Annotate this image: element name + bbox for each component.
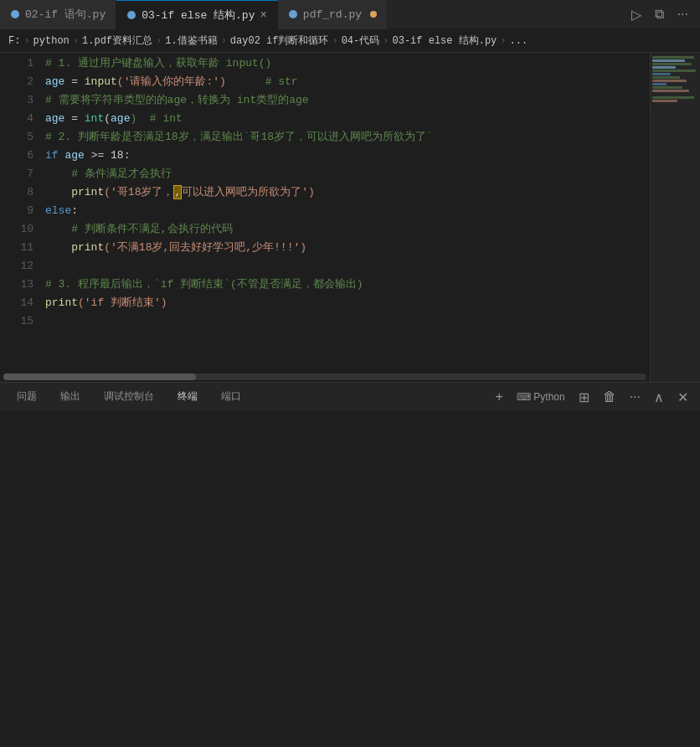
tab-02-if-label: 02-if 语句.py: [25, 7, 106, 22]
shell-selector-button[interactable]: ⌨ Python: [512, 389, 570, 404]
tab-03-if-else-label: 03-if else 结构.py: [142, 8, 255, 23]
panel-tab-ports[interactable]: 端口: [211, 383, 251, 412]
line-number-15: 15: [0, 312, 33, 331]
line-number-13: 13: [0, 276, 33, 294]
minimap-line: [652, 103, 657, 106]
tab-03-if-else[interactable]: 03-if else 结构.py ×: [116, 0, 278, 29]
panel-tab-terminal[interactable]: 终端: [167, 383, 208, 412]
tab-02-if[interactable]: 02-if 语句.py: [0, 0, 116, 29]
tab-03-close-icon[interactable]: ×: [260, 8, 266, 22]
svg-point-2: [289, 10, 297, 18]
line-number-6: 6: [0, 147, 33, 165]
minimap-line: [652, 63, 692, 65]
breadcrumb-python[interactable]: python: [33, 35, 69, 47]
python-file-icon-pdf: [288, 9, 298, 19]
minimap-line: [652, 70, 696, 72]
panel-tab-debug[interactable]: 调试控制台: [94, 383, 164, 412]
minimap-line: [652, 80, 687, 82]
code-line-14: print('if 判断结束'): [45, 294, 650, 312]
line-number-14: 14: [0, 294, 33, 312]
tab-pdf-rd[interactable]: pdf_rd.py: [278, 0, 388, 29]
line-number-2: 2: [0, 73, 33, 91]
line-number-1: 1: [0, 54, 33, 73]
line-number-10: 10: [0, 220, 33, 239]
minimap-line: [652, 59, 685, 62]
breadcrumb-code[interactable]: 04-代码: [342, 33, 380, 48]
minimap-line: [652, 76, 680, 79]
code-editor: 123456789101112131415 # 1. 通过用户键盘输入，获取年龄…: [0, 53, 650, 382]
breadcrumb-day02[interactable]: day02 if判断和循环: [230, 33, 329, 48]
line-number-7: 7: [0, 165, 33, 183]
horizontal-scrollbar[interactable]: [0, 372, 650, 382]
minimap-line: [652, 73, 671, 75]
minimap-line: [652, 96, 694, 99]
python-file-icon: [10, 9, 20, 19]
breadcrumb-more[interactable]: ...: [510, 35, 528, 47]
code-line-15: [45, 312, 650, 331]
code-line-13: # 3. 程序最后输出，`if 判断结束`(不管是否满足，都会输出): [45, 276, 650, 294]
line-number-11: 11: [0, 239, 33, 257]
code-line-11: print('不满18岁,回去好好学习吧,少年!!!'): [45, 239, 650, 257]
code-line-1: # 1. 通过用户键盘输入，获取年龄 input(): [45, 54, 650, 73]
editor-container: 123456789101112131415 # 1. 通过用户键盘输入，获取年龄…: [0, 53, 700, 382]
line-number-3: 3: [0, 91, 33, 110]
python-file-icon-active: [126, 10, 136, 20]
code-line-4: age = int(age) # int: [45, 110, 650, 128]
code-line-6: if age >= 18:: [45, 147, 650, 165]
svg-point-0: [11, 10, 19, 18]
breadcrumb-file[interactable]: 03-if else 结构.py: [392, 33, 497, 48]
minimap-line: [652, 93, 657, 95]
code-lines[interactable]: # 1. 通过用户键盘输入，获取年龄 input()age = input('请…: [42, 53, 650, 372]
code-line-9: else:: [45, 202, 650, 220]
breadcrumb: F: › python › 1.pdf资料汇总 › 1.借鉴书籍 › day02…: [0, 29, 700, 53]
terminal-area[interactable]: [0, 411, 700, 747]
code-line-8: print('哥18岁了，,可以进入网吧为所欲为了'): [45, 183, 650, 202]
collapse-panel-button[interactable]: ∧: [649, 388, 669, 407]
code-line-2: age = input('请输入你的年龄:') # str: [45, 73, 650, 91]
line-number-5: 5: [0, 128, 33, 147]
minimap-line: [652, 86, 682, 89]
code-content[interactable]: 123456789101112131415 # 1. 通过用户键盘输入，获取年龄…: [0, 53, 650, 372]
minimap: [650, 53, 700, 382]
trash-button[interactable]: 🗑: [598, 388, 621, 406]
panel-actions: + ⌨ Python ⊞ 🗑 ··· ∧ ✕: [491, 388, 693, 407]
line-number-8: 8: [0, 183, 33, 202]
split-terminal-button[interactable]: ⊞: [574, 388, 594, 407]
minimap-line: [652, 66, 676, 69]
close-panel-button[interactable]: ✕: [672, 388, 693, 407]
add-terminal-button[interactable]: +: [491, 388, 508, 406]
code-line-12: [45, 257, 650, 276]
scrollbar-track[interactable]: [3, 374, 646, 380]
line-numbers: 123456789101112131415: [0, 53, 42, 372]
code-line-7: # 条件满足才会执行: [45, 165, 650, 183]
minimap-line: [652, 90, 689, 92]
split-editor-button[interactable]: ⧉: [650, 5, 669, 23]
line-number-12: 12: [0, 257, 33, 276]
panel-tabs: 问题 输出 调试控制台 终端 端口 + ⌨ Python ⊞ 🗑 ··· ∧ ✕: [0, 382, 700, 411]
svg-point-1: [127, 11, 136, 19]
code-line-10: # 判断条件不满足,会执行的代码: [45, 220, 650, 239]
scrollbar-thumb[interactable]: [3, 374, 196, 380]
tab-pdf-rd-label: pdf_rd.py: [303, 8, 362, 21]
line-number-4: 4: [0, 110, 33, 128]
breadcrumb-pdf[interactable]: 1.pdf资料汇总: [82, 33, 152, 48]
panel-tab-output[interactable]: 输出: [50, 383, 90, 412]
tab-bar: 02-if 语句.py 03-if else 结构.py × pdf_rd.py…: [0, 0, 700, 29]
minimap-content: [651, 53, 700, 382]
code-line-5: # 2. 判断年龄是否满足18岁，满足输出`哥18岁了，可以进入网吧为所欲为了`: [45, 128, 650, 147]
run-button[interactable]: ▷: [626, 5, 646, 24]
more-panel-button[interactable]: ···: [625, 388, 646, 406]
breadcrumb-f[interactable]: F:: [8, 35, 20, 47]
breadcrumb-books[interactable]: 1.借鉴书籍: [165, 33, 217, 48]
minimap-line: [652, 83, 667, 85]
tab-actions: ▷ ⧉ ···: [626, 5, 700, 24]
code-line-3: # 需要将字符串类型的的age，转换为 int类型的age: [45, 91, 650, 110]
minimap-line: [652, 100, 677, 102]
more-tabs-button[interactable]: ···: [672, 5, 693, 23]
dirty-indicator: [370, 11, 377, 18]
panel-tab-problems[interactable]: 问题: [7, 383, 47, 412]
minimap-line: [652, 56, 694, 59]
minimap-lines: [651, 53, 700, 110]
line-number-9: 9: [0, 202, 33, 220]
